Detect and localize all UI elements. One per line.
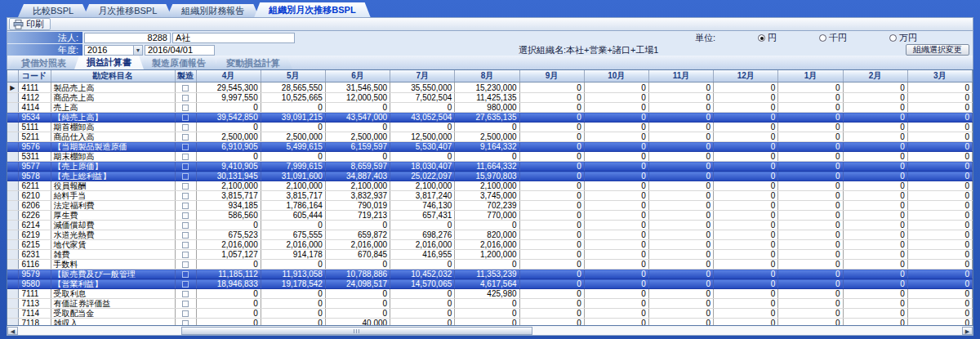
table-row[interactable]: 6206法定福利費934,1851,786,164790,019746,1307… xyxy=(7,201,973,211)
corporation-code-field[interactable]: 8288 xyxy=(84,33,171,43)
table-row[interactable]: 9534【純売上高】39,542,85039,091,21543,547,000… xyxy=(7,113,973,123)
row-selector[interactable] xyxy=(7,211,18,221)
row-selector[interactable] xyxy=(7,142,18,152)
table-row[interactable]: 9576【当期製品製造原価6,910,9055,499,6156,159,597… xyxy=(7,142,973,152)
unit-option-yen[interactable]: 円 xyxy=(758,32,777,44)
manufacturing-checkbox[interactable] xyxy=(182,105,189,111)
tab-org-financial-report[interactable]: 組織別財務報告 xyxy=(167,4,259,17)
manufacturing-checkbox[interactable] xyxy=(182,85,189,91)
table-row[interactable]: 7118雑収入0040,000000000000 xyxy=(7,319,973,327)
row-selector[interactable] xyxy=(7,240,18,250)
manufacturing-checkbox[interactable] xyxy=(182,124,189,131)
column-header-account-name[interactable]: 勘定科目名 xyxy=(51,70,175,83)
dropdown-arrow-icon[interactable]: ▼ xyxy=(133,46,142,55)
tab-profit-loss-statement[interactable]: 損益計算書 xyxy=(74,56,144,69)
scroll-track[interactable] xyxy=(18,327,962,335)
row-selector[interactable] xyxy=(7,250,18,260)
tab-comparison-bspl[interactable]: 比較BSPL xyxy=(18,4,88,17)
table-row[interactable]: 6116手数料000000000000 xyxy=(7,260,973,270)
manufacturing-checkbox[interactable] xyxy=(182,114,189,121)
table-row[interactable]: 6210給料手当3,815,7173,815,7173,832,9373,817… xyxy=(7,191,973,201)
manufacturing-checkbox[interactable] xyxy=(182,173,189,180)
table-row[interactable]: 6214減価償却費000000000000 xyxy=(7,221,973,230)
manufacturing-checkbox[interactable] xyxy=(182,281,189,288)
manufacturing-checkbox[interactable] xyxy=(182,232,189,239)
table-row[interactable]: 9578【売上総利益】30,131,94531,091,60034,887,40… xyxy=(7,172,973,181)
row-selector[interactable] xyxy=(7,230,18,240)
row-selector[interactable] xyxy=(7,260,18,270)
month-column-header[interactable]: 9月 xyxy=(519,70,584,83)
manufacturing-checkbox[interactable] xyxy=(182,203,189,209)
row-selector[interactable] xyxy=(7,299,18,309)
table-row[interactable]: 7113有価証券評価益000000000000 xyxy=(7,299,973,309)
manufacturing-checkbox[interactable] xyxy=(182,134,189,141)
tab-manufacturing-cost-report[interactable]: 製造原価報告 xyxy=(140,57,218,69)
manufacturing-checkbox[interactable] xyxy=(182,310,189,317)
row-selector[interactable] xyxy=(7,132,18,142)
row-selector[interactable] xyxy=(7,191,18,201)
row-selector[interactable] xyxy=(7,172,18,181)
table-row[interactable]: 6226厚生費586,560605,444719,213657,431770,0… xyxy=(7,211,973,221)
manufacturing-checkbox[interactable] xyxy=(182,193,189,199)
table-row[interactable]: 4114売上高0000980,0000000000 xyxy=(7,103,973,113)
month-column-header[interactable]: 5月 xyxy=(261,70,325,83)
manufacturing-checkbox[interactable] xyxy=(182,183,189,190)
manufacturing-checkbox[interactable] xyxy=(182,242,189,248)
scroll-left-button[interactable]: ◀ xyxy=(7,327,18,335)
tab-variable-profit-loss[interactable]: 変動損益計算 xyxy=(214,57,292,69)
tab-monthly-trend-bspl[interactable]: 月次推移BSPL xyxy=(83,4,172,17)
fiscal-year-select[interactable]: 2016 ▼ xyxy=(84,45,143,56)
row-selector[interactable] xyxy=(7,162,18,172)
manufacturing-checkbox[interactable] xyxy=(182,163,189,170)
horizontal-scrollbar[interactable]: ◀ ▶ xyxy=(7,326,973,336)
manufacturing-checkbox[interactable] xyxy=(182,154,189,160)
table-row[interactable]: 9579【販売費及び一般管理11,185,11211,913,05810,788… xyxy=(7,270,973,279)
table-row[interactable]: 6215地代家賃2,016,0002,016,0002,016,0002,016… xyxy=(7,240,973,250)
row-selector[interactable] xyxy=(7,201,18,211)
manufacturing-checkbox[interactable] xyxy=(182,301,189,307)
org-change-button[interactable]: 組織選択変更 xyxy=(906,44,969,56)
table-row[interactable]: 5211商品仕入高2,500,0002,500,0002,500,00012,5… xyxy=(7,132,973,142)
manufacturing-checkbox[interactable] xyxy=(182,95,189,101)
manufacturing-checkbox[interactable] xyxy=(182,212,189,219)
month-column-header[interactable]: 4月 xyxy=(196,70,261,83)
row-selector[interactable] xyxy=(7,221,18,230)
row-selector[interactable]: ▶ xyxy=(7,83,18,93)
row-selector[interactable] xyxy=(7,319,18,327)
scroll-thumb[interactable] xyxy=(181,327,532,335)
row-selector[interactable] xyxy=(7,289,18,299)
manufacturing-checkbox[interactable] xyxy=(182,222,189,229)
manufacturing-checkbox[interactable] xyxy=(182,271,189,278)
row-selector[interactable] xyxy=(7,152,18,162)
month-column-header[interactable]: 12月 xyxy=(714,70,778,83)
unit-option-ten-thousand-yen[interactable]: 万円 xyxy=(889,32,917,44)
table-row[interactable]: 7114受取配当金000000000000 xyxy=(7,309,973,319)
table-row[interactable]: 9580【営業利益】18,946,83319,178,54224,098,517… xyxy=(7,279,973,289)
table-row[interactable]: 9577【売上原価】9,410,9057,999,6158,659,59718,… xyxy=(7,162,973,172)
scroll-right-button[interactable]: ▶ xyxy=(962,327,973,335)
table-row[interactable]: 6211役員報酬2,100,0002,100,0002,100,0002,100… xyxy=(7,181,973,191)
row-selector[interactable] xyxy=(7,279,18,289)
table-row[interactable]: 4112商品売上高9,997,55010,525,66512,000,5007,… xyxy=(7,93,973,103)
unit-option-thousand-yen[interactable]: 千円 xyxy=(819,32,847,44)
month-column-header[interactable]: 3月 xyxy=(907,70,972,83)
row-selector[interactable] xyxy=(7,123,18,132)
row-selector[interactable] xyxy=(7,270,18,279)
print-button[interactable]: 印刷 xyxy=(9,18,51,30)
month-column-header[interactable]: 2月 xyxy=(843,70,907,83)
table-row[interactable]: 7111受取利息0000425,9800000000 xyxy=(7,289,973,299)
tab-balance-sheet[interactable]: 貸借対照表 xyxy=(9,57,78,69)
table-row[interactable]: 6231雑費1,057,127914,178670,845416,9551,20… xyxy=(7,250,973,260)
table-row[interactable]: ▶4111製品売上高29,545,30028,565,55031,546,500… xyxy=(7,83,973,93)
month-column-header[interactable]: 7月 xyxy=(390,70,455,83)
month-column-header[interactable]: 6月 xyxy=(325,70,390,83)
table-row[interactable]: 5311期末棚卸高000000000000 xyxy=(7,152,973,162)
row-selector[interactable] xyxy=(7,103,18,113)
month-column-header[interactable]: 11月 xyxy=(648,70,713,83)
manufacturing-checkbox[interactable] xyxy=(182,144,189,150)
tab-org-monthly-trend-bspl[interactable]: 組織別月次推移BSPL xyxy=(254,2,370,17)
row-selector[interactable] xyxy=(7,93,18,103)
month-column-header[interactable]: 8月 xyxy=(455,70,519,83)
month-column-header[interactable]: 10月 xyxy=(584,70,648,83)
month-column-header[interactable]: 1月 xyxy=(778,70,843,83)
